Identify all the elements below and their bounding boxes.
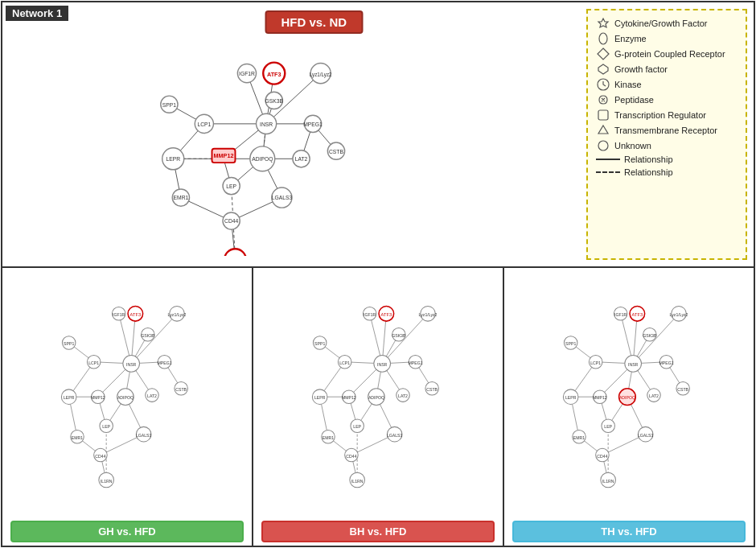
svg-text:CSTB: CSTB xyxy=(175,387,187,392)
svg-text:ATF3: ATF3 xyxy=(267,71,281,78)
legend-item-transmembrane: Transmembrane Receptor xyxy=(596,124,738,137)
svg-text:IGF1R: IGF1R xyxy=(364,312,376,317)
growth-icon xyxy=(596,63,610,76)
gpcr-label: G-protein Coupled Receptor xyxy=(614,49,725,59)
dashed-line-icon xyxy=(596,171,620,173)
svg-text:MMP12: MMP12 xyxy=(214,152,234,159)
solid-line-label: Relationship xyxy=(624,155,673,164)
svg-text:LGALS3: LGALS3 xyxy=(638,433,654,438)
bh-network-svg: ATF3 IGF1R GSK3B Lyz1/Lyz2 SPP1 LCP1 INS… xyxy=(253,268,503,517)
bh-network-area: ATF3 IGF1R GSK3B Lyz1/Lyz2 SPP1 LCP1 INS… xyxy=(253,268,503,517)
svg-text:LEPR: LEPR xyxy=(166,156,180,162)
svg-text:LAT2: LAT2 xyxy=(649,393,659,398)
svg-text:LAT2: LAT2 xyxy=(398,393,408,398)
svg-text:EMR1: EMR1 xyxy=(573,435,585,440)
svg-text:SPP1: SPP1 xyxy=(565,341,576,346)
svg-text:LAT2: LAT2 xyxy=(147,393,157,398)
gh-network-svg: ATF3 IGF1R GSK3B Lyz1/Lyz2 SPP1 LCP1 INS… xyxy=(2,268,252,517)
svg-text:GSK3B: GSK3B xyxy=(265,98,284,104)
transmembrane-label: Transmembrane Receptor xyxy=(614,126,717,135)
svg-text:LAT2: LAT2 xyxy=(295,156,308,162)
dashed-line-label: Relationship xyxy=(624,167,673,177)
svg-text:MPEG1: MPEG1 xyxy=(157,361,171,365)
svg-text:SPP1: SPP1 xyxy=(64,341,74,346)
svg-text:CD44: CD44 xyxy=(597,454,607,459)
svg-text:MMP12: MMP12 xyxy=(342,395,356,400)
svg-text:ADIPOQ: ADIPOQ xyxy=(619,395,635,400)
transmembrane-icon xyxy=(596,124,610,137)
svg-text:Lyz1/Lyz2: Lyz1/Lyz2 xyxy=(168,312,187,317)
svg-point-59 xyxy=(224,249,246,256)
bottom-section: ATF3 IGF1R GSK3B Lyz1/Lyz2 SPP1 LCP1 INS… xyxy=(2,268,754,546)
svg-text:LEP: LEP xyxy=(353,424,361,429)
legend-line-solid: Relationship xyxy=(596,155,738,164)
svg-text:CD44: CD44 xyxy=(95,454,105,459)
gh-label: GH vs. HFD xyxy=(10,521,244,542)
gh-panel: ATF3 IGF1R GSK3B Lyz1/Lyz2 SPP1 LCP1 INS… xyxy=(2,268,253,546)
enzyme-label: Enzyme xyxy=(614,34,647,43)
svg-text:Lyz1/Lyz2: Lyz1/Lyz2 xyxy=(310,72,332,78)
svg-text:LEP: LEP xyxy=(102,424,110,429)
solid-line-icon xyxy=(596,159,620,160)
network-title: Network 1 xyxy=(6,6,68,21)
svg-text:IGF1R: IGF1R xyxy=(614,312,627,317)
top-section: Network 1 HFD vs. ND xyxy=(2,2,754,268)
main-network-svg: ATF3 IGF1R GSK3B Lyz1/Lyz2 SPP1 LCP1 I xyxy=(27,31,421,256)
legend-item-growth: Growth factor xyxy=(596,63,738,76)
cytokine-label: Cytokine/Growth Factor xyxy=(614,19,708,28)
svg-text:IL1RN: IL1RN xyxy=(602,479,614,484)
legend-item-unknown: Unknown xyxy=(596,139,738,152)
svg-text:LCP1: LCP1 xyxy=(88,361,99,365)
cytokine-icon xyxy=(596,17,610,30)
bh-panel: ATF3 IGF1R GSK3B Lyz1/Lyz2 SPP1 LCP1 INS… xyxy=(253,268,504,546)
svg-text:LGALS3: LGALS3 xyxy=(272,195,293,200)
bh-label: BH vs. HFD xyxy=(261,521,495,542)
svg-rect-62 xyxy=(598,110,608,120)
peptidase-icon xyxy=(596,93,610,106)
svg-text:MPEG1: MPEG1 xyxy=(408,361,422,365)
peptidase-label: Peptidase xyxy=(614,95,654,105)
svg-text:LEP: LEP xyxy=(604,424,612,429)
svg-text:LCP1: LCP1 xyxy=(197,122,211,127)
kinase-label: Kinase xyxy=(614,80,642,89)
legend-item-transcription: Transcription Regulator xyxy=(596,109,738,122)
svg-text:INSR: INSR xyxy=(377,362,388,367)
gpcr-icon xyxy=(596,47,610,60)
svg-text:IGF1R: IGF1R xyxy=(113,312,125,317)
legend-item-enzyme: Enzyme xyxy=(596,32,738,45)
th-network-area: ATF3 IGF1R GSK3B Lyz1/Lyz2 SPP1 LCP1 INS… xyxy=(504,268,754,517)
svg-text:IL1RN: IL1RN xyxy=(351,479,364,484)
svg-text:MPEG1: MPEG1 xyxy=(303,122,323,127)
legend-item-gpcr: G-protein Coupled Receptor xyxy=(596,47,738,60)
svg-text:SPP1: SPP1 xyxy=(162,102,177,108)
svg-text:ADIPOQ: ADIPOQ xyxy=(117,395,134,400)
svg-text:LCP1: LCP1 xyxy=(590,361,601,365)
svg-text:IGF1R: IGF1R xyxy=(239,71,255,76)
svg-text:IL1RN: IL1RN xyxy=(101,479,113,484)
svg-text:INSR: INSR xyxy=(628,362,639,367)
svg-text:MMP12: MMP12 xyxy=(91,395,105,400)
svg-text:LEPR: LEPR xyxy=(314,395,326,400)
gh-network-area: ATF3 IGF1R GSK3B Lyz1/Lyz2 SPP1 LCP1 INS… xyxy=(2,268,252,517)
svg-text:INSR: INSR xyxy=(260,122,273,127)
svg-text:LGALS3: LGALS3 xyxy=(136,433,152,438)
svg-text:CSTB: CSTB xyxy=(426,387,438,392)
svg-text:CSTB: CSTB xyxy=(329,149,343,155)
svg-text:ATF3: ATF3 xyxy=(130,312,141,317)
legend-item-kinase: Kinase xyxy=(596,78,738,91)
outer-border: Network 1 HFD vs. ND xyxy=(1,1,755,547)
svg-text:GSK3B: GSK3B xyxy=(141,333,155,338)
svg-text:MMP12: MMP12 xyxy=(593,395,607,400)
legend-box: Cytokine/Growth Factor Enzyme G-protein … xyxy=(586,9,747,260)
svg-text:INSR: INSR xyxy=(126,362,137,367)
th-label: TH vs. HFD xyxy=(512,521,746,542)
th-network-svg: ATF3 IGF1R GSK3B Lyz1/Lyz2 SPP1 LCP1 INS… xyxy=(504,268,754,517)
kinase-icon xyxy=(596,78,610,91)
svg-text:ATF3: ATF3 xyxy=(381,312,392,317)
svg-text:LGALS3: LGALS3 xyxy=(387,433,403,438)
main-network-area: Network 1 HFD vs. ND xyxy=(2,2,586,266)
svg-text:GSK3B: GSK3B xyxy=(643,333,657,338)
svg-text:LEP: LEP xyxy=(226,183,236,189)
svg-point-61 xyxy=(599,33,607,44)
svg-point-63 xyxy=(598,141,608,150)
